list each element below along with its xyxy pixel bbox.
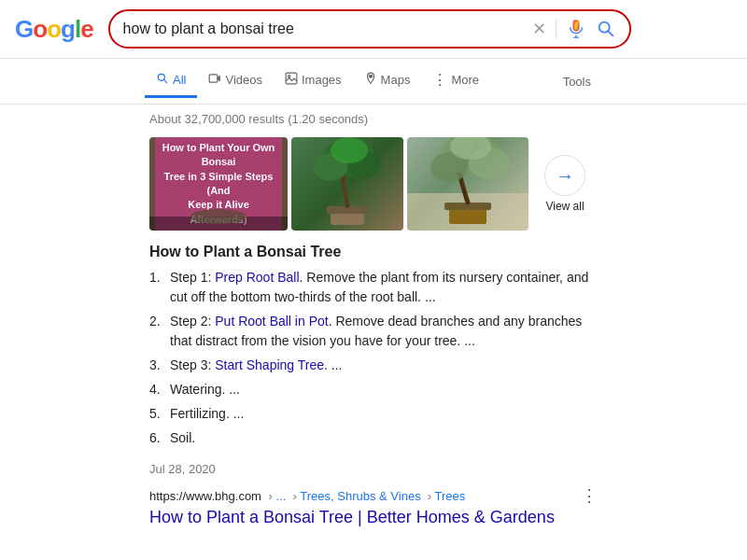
tab-videos-label: Videos (225, 73, 262, 87)
result-breadcrumb: › ... › Trees, Shrubs & Vines › Trees (265, 489, 465, 503)
svg-rect-6 (210, 75, 218, 82)
search-bar: ✕ (108, 9, 631, 49)
list-item: Step 2: Put Root Ball in Pot. Remove dea… (149, 312, 598, 351)
google-logo: G o o g l e (15, 15, 93, 44)
tab-images-label: Images (302, 73, 342, 87)
bonsai-image-1[interactable]: How to Plant Your Own BonsaiTree in 3 Si… (149, 137, 288, 231)
tab-all-icon (156, 72, 169, 88)
list-item: Watering. ... (149, 380, 598, 399)
image-strip-container: How to Plant Your Own BonsaiTree in 3 Si… (0, 133, 747, 234)
header: G o o g l e ✕ (0, 0, 747, 59)
clear-icon[interactable]: ✕ (532, 19, 546, 39)
list-item: Fertilizing. ... (149, 404, 598, 424)
svg-point-12 (190, 209, 247, 224)
view-all-arrow-icon: → (544, 155, 585, 196)
tab-more-label: More (451, 73, 479, 87)
result-count: About 32,700,000 results (1.20 seconds) (0, 105, 747, 133)
view-all-label: View all (545, 200, 584, 213)
nav-tabs: All Videos Images Maps ⋮ More Tools (0, 59, 747, 105)
bonsai-image-3[interactable] (407, 137, 529, 231)
logo-g2: g (61, 15, 75, 44)
svg-point-18 (331, 137, 368, 163)
list-item-text: Step 1: Prep Root Ball. Remove the plant… (170, 268, 598, 307)
snippet-list: Step 1: Prep Root Ball. Remove the plant… (149, 268, 598, 448)
breadcrumb-link-3[interactable]: Trees (435, 489, 466, 503)
result-options-icon[interactable]: ⋮ (581, 485, 598, 506)
tools-label: Tools (563, 75, 591, 89)
organic-result: https://www.bhg.com › ... › Trees, Shrub… (0, 480, 747, 533)
tools-button[interactable]: Tools (552, 67, 602, 96)
step1-before: Step 1: (170, 270, 215, 285)
list-item-text: Step 2: Put Root Ball in Pot. Remove dea… (170, 312, 598, 351)
breadcrumb-link-2[interactable]: Trees, Shrubs & Vines (300, 489, 420, 503)
step2-before: Step 2: (170, 314, 215, 329)
tab-all[interactable]: All (145, 64, 197, 98)
list-item-text: Step 3: Start Shaping Tree. ... (170, 356, 342, 375)
snippet-date: Jul 28, 2020 (0, 456, 747, 480)
list-item: Step 1: Prep Root Ball. Remove the plant… (149, 268, 598, 307)
step2-link[interactable]: Put Root Ball in Pot (215, 314, 328, 329)
tab-images[interactable]: Images (274, 64, 353, 98)
list-item: Step 3: Start Shaping Tree. ... (149, 356, 598, 375)
step1-link[interactable]: Prep Root Ball (215, 270, 299, 285)
logo-o2: o (47, 15, 61, 44)
step3-link[interactable]: Start Shaping Tree (215, 357, 324, 372)
list-item-text: Watering. ... (170, 380, 240, 399)
result-url-bar: https://www.bhg.com › ... › Trees, Shrub… (149, 485, 598, 506)
svg-line-5 (163, 79, 167, 83)
list-item: Soil. (149, 428, 598, 448)
divider (556, 19, 557, 39)
logo-o1: o (33, 15, 47, 44)
tab-maps[interactable]: Maps (353, 64, 422, 98)
tab-images-icon (285, 72, 298, 88)
step3-after: . ... (324, 357, 342, 372)
search-submit-icon[interactable] (596, 19, 616, 39)
result-title-link[interactable]: How to Plant a Bonsai Tree | Better Home… (149, 508, 598, 527)
tab-more[interactable]: ⋮ More (421, 65, 490, 98)
tab-videos-icon (208, 72, 221, 88)
list-item-text: Soil. (170, 428, 195, 448)
tab-videos[interactable]: Videos (197, 64, 274, 98)
tab-maps-label: Maps (381, 73, 411, 87)
tab-maps-icon (364, 72, 377, 88)
svg-point-10 (369, 75, 372, 77)
step3-before: Step 3: (170, 357, 215, 372)
search-icons-group: ✕ (532, 19, 616, 39)
featured-snippet: How to Plant a Bonsai Tree Step 1: Prep … (0, 234, 747, 456)
logo-g: G (15, 15, 33, 44)
image-strip: How to Plant Your Own BonsaiTree in 3 Si… (149, 137, 529, 231)
breadcrumb-link-1[interactable]: ... (276, 489, 287, 503)
tab-all-label: All (173, 73, 186, 87)
svg-rect-8 (286, 73, 297, 84)
tab-more-icon: ⋮ (432, 73, 447, 88)
mic-icon[interactable] (566, 19, 586, 39)
logo-e: e (80, 15, 92, 44)
search-input[interactable] (123, 21, 532, 37)
view-all-button[interactable]: → View all (532, 155, 598, 213)
list-item-text: Fertilizing. ... (170, 404, 244, 424)
svg-line-3 (608, 31, 613, 35)
bonsai-image-2[interactable] (291, 137, 403, 231)
result-count-text: About 32,700,000 results (1.20 seconds) (149, 112, 368, 126)
svg-point-9 (288, 76, 289, 77)
result-url-text: https://www.bhg.com (149, 489, 261, 503)
snippet-title: How to Plant a Bonsai Tree (149, 244, 598, 260)
